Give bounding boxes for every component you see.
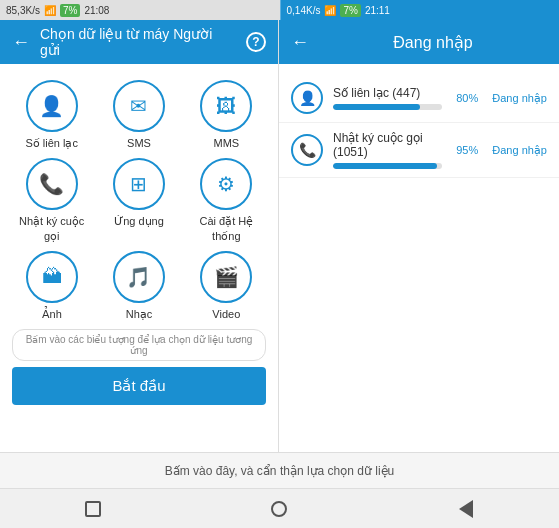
photos-icon: 🏔 [26, 251, 78, 303]
grid-item-mms[interactable]: 🖼 MMS [187, 80, 266, 150]
sms-label: SMS [127, 136, 151, 150]
calllog-label: Nhật ký cuộc gọi [12, 214, 91, 243]
right-speed: 0,14K/s [287, 5, 321, 16]
status-bar-left: 85,3K/s 📶 7% 21:08 [0, 0, 280, 20]
progress-calllog-percent: 95% [456, 144, 478, 156]
video-icon: 🎬 [200, 251, 252, 303]
home-icon [271, 501, 287, 517]
right-back-button[interactable]: ← [291, 32, 309, 53]
photos-label: Ảnh [42, 307, 62, 321]
recent-apps-button[interactable] [79, 495, 107, 523]
grid-item-music[interactable]: 🎵 Nhạc [99, 251, 178, 321]
video-label: Video [212, 307, 240, 321]
progress-contacts-fill [333, 104, 420, 110]
right-header: ← Đang nhập [279, 20, 559, 64]
mms-icon: 🖼 [200, 80, 252, 132]
left-wifi-icon: 📶 [44, 5, 56, 16]
recent-apps-icon [85, 501, 101, 517]
bottom-area: Bấm vào đây, và cẩn thận lựa chọn dữ liệ… [0, 452, 559, 488]
apps-label: Ứng dụng [114, 214, 164, 228]
grid-item-apps[interactable]: ⊞ Ứng dụng [99, 158, 178, 243]
right-time: 21:11 [365, 5, 390, 16]
back-nav-button[interactable] [452, 495, 480, 523]
left-speed: 85,3K/s [6, 5, 40, 16]
nav-bar [0, 488, 559, 528]
left-panel: ← Chọn dữ liệu từ máy Người gửi ? 👤 Số l… [0, 20, 279, 452]
progress-contacts-icon: 👤 [291, 82, 323, 114]
grid-item-calllog[interactable]: 📞 Nhật ký cuộc gọi [12, 158, 91, 243]
status-bar: 85,3K/s 📶 7% 21:08 0,14K/s 📶 7% 21:11 [0, 0, 559, 20]
music-label: Nhạc [126, 307, 153, 321]
progress-contacts-status: Đang nhập [492, 92, 547, 105]
back-nav-icon [459, 500, 473, 518]
contacts-icon: 👤 [26, 80, 78, 132]
progress-calllog-icon: 📞 [291, 134, 323, 166]
progress-list: 👤 Số liên lạc (447) 80% Đang nhập 📞 Nhật… [279, 64, 559, 188]
start-button[interactable]: Bắt đầu [12, 367, 266, 405]
grid-item-photos[interactable]: 🏔 Ảnh [12, 251, 91, 321]
right-panel: ← Đang nhập 👤 Số liên lạc (447) 80% Đang… [279, 20, 559, 452]
progress-contacts-info: Số liên lạc (447) [333, 86, 442, 110]
progress-contacts-bar [333, 104, 442, 110]
left-battery: 7% [60, 4, 80, 17]
grid-item-video[interactable]: 🎬 Video [187, 251, 266, 321]
progress-contacts-percent: 80% [456, 92, 478, 104]
contacts-label: Số liên lạc [25, 136, 78, 150]
calllog-icon: 📞 [26, 158, 78, 210]
right-wifi-icon: 📶 [324, 5, 336, 16]
grid-item-contacts[interactable]: 👤 Số liên lạc [12, 80, 91, 150]
left-time: 21:08 [84, 5, 109, 16]
apps-icon: ⊞ [113, 158, 165, 210]
progress-item-contacts: 👤 Số liên lạc (447) 80% Đang nhập [279, 74, 559, 123]
progress-calllog-fill [333, 163, 437, 169]
progress-item-calllog: 📞 Nhật ký cuộc gọi (1051) 95% Đang nhập [279, 123, 559, 178]
right-panel-title: Đang nhập [319, 33, 547, 52]
grid-item-settings[interactable]: ⚙ Cài đặt Hệ thống [187, 158, 266, 243]
left-panel-title: Chọn dữ liệu từ máy Người gửi [40, 26, 236, 58]
main-content: ← Chọn dữ liệu từ máy Người gửi ? 👤 Số l… [0, 20, 559, 452]
bottom-text: Bấm vào đây, và cẩn thận lựa chọn dữ liệ… [165, 464, 395, 478]
hint-text: Bấm vào các biểu tượng để lựa chọn dữ li… [12, 329, 266, 361]
home-button[interactable] [265, 495, 293, 523]
grid-item-sms[interactable]: ✉ SMS [99, 80, 178, 150]
settings-icon: ⚙ [200, 158, 252, 210]
sms-icon: ✉ [113, 80, 165, 132]
back-button[interactable]: ← [12, 32, 30, 53]
right-battery: 7% [340, 4, 360, 17]
help-button[interactable]: ? [246, 32, 266, 52]
mms-label: MMS [213, 136, 239, 150]
progress-calllog-label: Nhật ký cuộc gọi (1051) [333, 131, 442, 159]
progress-calllog-status: Đang nhập [492, 144, 547, 157]
settings-label: Cài đặt Hệ thống [187, 214, 266, 243]
icon-grid-area: 👤 Số liên lạc ✉ SMS 🖼 MMS 📞 Nhật ký cuộc… [0, 64, 278, 452]
music-icon: 🎵 [113, 251, 165, 303]
progress-calllog-bar [333, 163, 442, 169]
status-bar-right: 0,14K/s 📶 7% 21:11 [280, 0, 560, 20]
progress-calllog-info: Nhật ký cuộc gọi (1051) [333, 131, 442, 169]
icon-grid: 👤 Số liên lạc ✉ SMS 🖼 MMS 📞 Nhật ký cuộc… [12, 80, 266, 321]
progress-contacts-label: Số liên lạc (447) [333, 86, 442, 100]
left-header: ← Chọn dữ liệu từ máy Người gửi ? [0, 20, 278, 64]
